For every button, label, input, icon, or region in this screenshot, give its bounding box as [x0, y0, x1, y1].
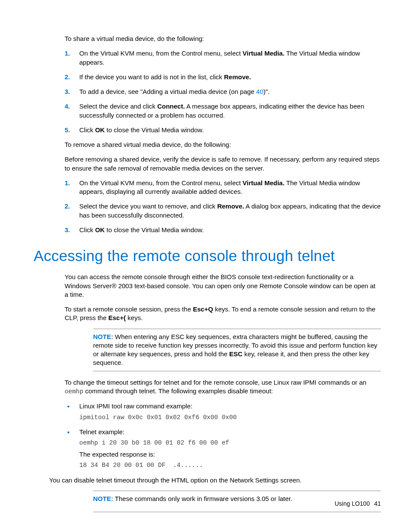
remove-step-2: 2. Select the device you want to remove,…: [65, 202, 381, 220]
text: On the Virtual KVM menu, from the Contro…: [79, 50, 243, 57]
bold-text: ESC: [229, 350, 243, 358]
bold-text: Esc+(: [108, 314, 125, 321]
share-step-4: 4. Select the device and click Connect. …: [65, 102, 381, 120]
note-label: NOTE:: [93, 333, 113, 340]
intro-share-text: To share a virtual media device, do the …: [65, 34, 381, 43]
bold-text: Esc+Q: [193, 305, 213, 313]
telnet-example: Telnet example: oemhp i 20 30 b0 18 00 0…: [65, 428, 381, 470]
page-link[interactable]: 40: [256, 88, 264, 95]
text: to close the Virtual Media window.: [105, 226, 204, 233]
bold-text: OK: [95, 126, 105, 134]
bold-text: Remove.: [217, 202, 244, 210]
code-block: 18 34 B4 20 00 01 00 DF .4......: [79, 461, 381, 470]
section-heading: Accessing the remote console through tel…: [34, 246, 381, 266]
code-block: oemhp i 20 30 b0 18 00 01 02 f6 00 00 ef: [79, 439, 381, 448]
code-block: ipmitool raw 0x0c 0x01 0x02 0xf6 0x00 0x…: [79, 414, 381, 422]
bold-text: Virtual Media.: [243, 179, 284, 187]
bold-text: Remove.: [224, 73, 251, 81]
remove-steps-list: 1. On the Virtual KVM menu, from the Con…: [65, 179, 381, 234]
telnet-intro-1: You can access the remote console throug…: [65, 273, 381, 299]
example-label: Telnet example:: [79, 428, 381, 436]
text: If the device you want to add is not in …: [79, 73, 224, 81]
footer-section: Using LO100: [335, 500, 370, 507]
text: to close the Virtual Media window.: [105, 126, 204, 134]
share-step-3: 3. To add a device, see "Adding a virtua…: [65, 87, 381, 96]
text: command through telnet. The following ex…: [84, 387, 273, 395]
remove-step-3: 3. Click OK to close the Virtual Media w…: [65, 226, 381, 234]
note-esc-sequences: NOTE: When entering any ESC key sequence…: [93, 329, 381, 371]
text: Click: [79, 226, 95, 233]
disable-html-text: You can disable telnet timeout through t…: [49, 476, 381, 485]
share-steps-list: 1. On the Virtual KVM menu, from the Con…: [65, 49, 381, 134]
bold-text: OK: [95, 226, 105, 233]
remove-warning-text: Before removing a shared device, verify …: [65, 155, 381, 173]
inline-code: oemhp: [65, 388, 84, 395]
telnet-intro-2: To start a remote console session, press…: [65, 305, 381, 323]
text: keys.: [126, 314, 143, 321]
share-step-1: 1. On the Virtual KVM menu, from the Con…: [65, 49, 381, 67]
text: On the Virtual KVM menu, from the Contro…: [79, 179, 243, 187]
text: To add a device, see "Adding a virtual m…: [79, 88, 256, 95]
text: Click: [79, 126, 95, 134]
text: Select the device and click: [79, 103, 157, 110]
example-list: Linux IPMI tool raw command example: ipm…: [65, 402, 381, 470]
page-footer: Using LO10041: [335, 500, 381, 508]
share-step-5: 5. Click OK to close the Virtual Media w…: [65, 126, 381, 134]
bold-text: Connect.: [157, 103, 185, 110]
timeout-intro: To change the timeout settings for telne…: [65, 378, 381, 396]
bold-text: Virtual Media.: [243, 50, 284, 57]
note-label: NOTE:: [93, 495, 113, 502]
intro-remove-text: To remove a shared virtual media device,…: [65, 140, 381, 149]
remove-step-1: 1. On the Virtual KVM menu, from the Con…: [65, 179, 381, 196]
response-label: The expected response is:: [79, 450, 381, 459]
text: To change the timeout settings for telne…: [65, 379, 366, 386]
footer-page-number: 41: [374, 500, 381, 507]
example-label: Linux IPMI tool raw command example:: [79, 402, 381, 411]
text: Select the device you want to remove, an…: [79, 202, 217, 210]
share-step-2: 2. If the device you want to add is not …: [65, 73, 381, 81]
text: To start a remote console session, press…: [65, 305, 193, 313]
text: These commands only work in firmware ver…: [113, 495, 293, 502]
linux-ipmi-example: Linux IPMI tool raw command example: ipm…: [65, 402, 381, 422]
text: )".: [263, 88, 270, 95]
